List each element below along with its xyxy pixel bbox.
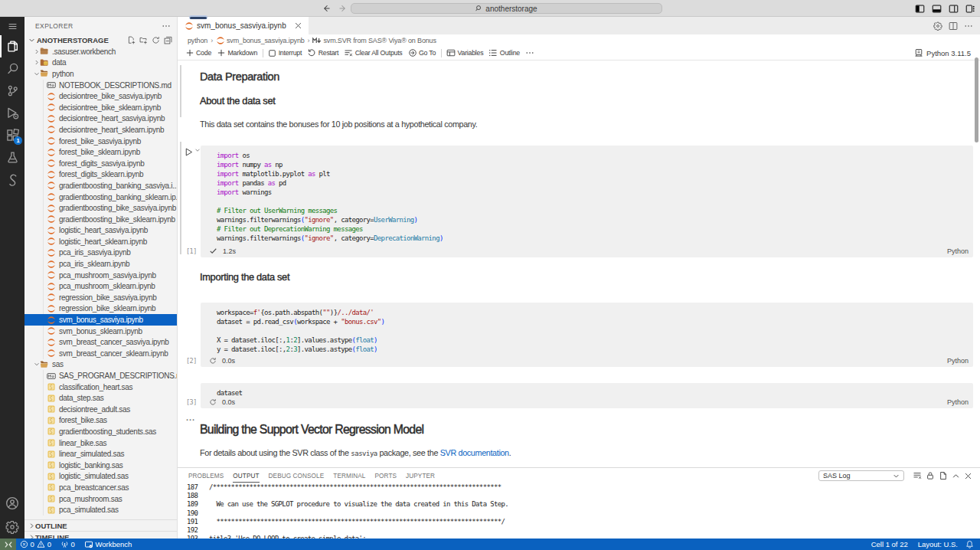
layout-sidebar-right-icon[interactable] xyxy=(949,4,959,14)
tree-item-logistic-simulated-sas[interactable]: logistic_simulated.sas xyxy=(24,471,177,483)
tree-item-decisiontree-heart-sasviya-ipynb[interactable]: decisiontree_heart_sasviya.ipynb xyxy=(24,113,177,125)
code-line[interactable] xyxy=(217,197,973,206)
activity-search[interactable] xyxy=(0,57,24,80)
code-line[interactable]: import pandas as pd xyxy=(217,178,973,188)
code-line[interactable]: # Filter out DeprecationWarning messages xyxy=(217,224,973,234)
tree-item-decisiontree-heart-sklearn-ipynb[interactable]: decisiontree_heart_sklearn.ipynb xyxy=(24,124,177,136)
code-line[interactable]: import numpy as np xyxy=(217,160,973,169)
tree-item-forest-bike-sas[interactable]: forest_bike.sas xyxy=(24,415,177,427)
editor-scrollbar[interactable] xyxy=(975,57,978,142)
tree-item-forest-digits-sasviya-ipynb[interactable]: forest_digits_sasviya.ipynb xyxy=(24,158,177,169)
panel-tab-debug-console[interactable]: DEBUG CONSOLE xyxy=(269,468,325,483)
layout-panel-bottom-icon[interactable] xyxy=(932,4,942,14)
collapse-all-icon[interactable] xyxy=(164,36,172,44)
tree-item-gradientboosting-bike-sklearn-ipynb[interactable]: gradientboosting_bike_sklearn.ipynb xyxy=(24,214,177,225)
panel-tab-jupyter[interactable]: JUPYTER xyxy=(406,468,435,483)
command-center-search[interactable]: anotherstorage xyxy=(351,3,662,14)
layout-customize-icon[interactable] xyxy=(965,4,975,14)
activity-explorer[interactable] xyxy=(0,35,24,57)
go-to-button[interactable]: Go To xyxy=(405,46,439,61)
activity-sas[interactable] xyxy=(0,169,24,191)
notebook-settings-icon[interactable] xyxy=(933,21,942,31)
workspace-section-header[interactable]: ANOTHERSTORAGE xyxy=(24,34,177,46)
tree-item-decisiontree-bike-sasviya-ipynb[interactable]: decisiontree_bike_sasviya.ipynb xyxy=(24,90,177,102)
panel-tab-ports[interactable]: PORTS xyxy=(375,468,397,483)
ports-status[interactable]: 0 xyxy=(57,540,78,548)
activity-settings[interactable] xyxy=(0,515,24,539)
code-cell[interactable]: import osimport numpy as npimport matplo… xyxy=(201,146,973,257)
tree-item-regression-bike-sasviya-ipynb[interactable]: regression_bike_sasviya.ipynb xyxy=(24,292,177,303)
tree-item-python[interactable]: python xyxy=(24,68,177,80)
variables-button[interactable]: Variables xyxy=(444,46,486,61)
activity-run-debug[interactable] xyxy=(0,102,24,124)
tree-item-forest-bike-sasviya-ipynb[interactable]: forest_bike_sasviya.ipynb xyxy=(24,136,177,147)
tree-item-gradientboosting-banking-sasviya-i-[interactable]: gradientboosting_banking_sasviya.i... xyxy=(24,180,177,192)
tree-item-data-step-sas[interactable]: data_step.sas xyxy=(24,392,177,404)
code-line[interactable]: dataset = pd.read_csv(workspace + "bonus… xyxy=(217,317,973,326)
cell-code[interactable]: workspace=f'{os.path.abspath("")}/../dat… xyxy=(201,303,973,354)
notifications-bell[interactable] xyxy=(962,540,980,548)
tree-item-svm-breast-cancer-sklearn-ipynb[interactable]: svm_breast_cancer_sklearn.ipynb xyxy=(24,348,177,359)
activity-testing[interactable] xyxy=(0,146,24,169)
breadcrumb-item[interactable]: svm.SVR from SAS® Viya® on Bonus xyxy=(312,36,436,45)
tree-item-decisiontree-bike-sklearn-ipynb[interactable]: decisiontree_bike_sklearn.ipynb xyxy=(24,102,177,113)
new-folder-icon[interactable] xyxy=(139,36,148,44)
refresh-icon[interactable] xyxy=(152,36,160,44)
problems-status[interactable]: 0 0 xyxy=(16,540,54,548)
restart-button[interactable]: Restart xyxy=(305,46,341,61)
tree-item-regression-bike-sklearn-ipynb[interactable]: regression_bike_sklearn.ipynb xyxy=(24,303,177,315)
markdown-button[interactable]: Markdown xyxy=(214,46,260,61)
workbench-status[interactable]: Workbench xyxy=(81,540,135,549)
tree-item-logistic-banking-sas[interactable]: logistic_banking.sas xyxy=(24,460,177,471)
open-output-in-editor-icon[interactable] xyxy=(939,471,948,480)
code-line[interactable] xyxy=(217,326,973,336)
tree-item-pca-mushroom-sas[interactable]: pca_mushroom.sas xyxy=(24,493,177,505)
tree-item-linear-bike-sas[interactable]: linear_bike.sas xyxy=(24,437,177,449)
activity-source-control[interactable] xyxy=(0,80,24,102)
cell-indicator[interactable]: Cell 1 of 22 xyxy=(868,540,911,548)
collapsed-cell-ellipsis[interactable]: ... xyxy=(186,413,195,422)
code-line[interactable]: import os xyxy=(217,151,973,160)
tree-item-classification-heart-sas[interactable]: classification_heart.sas xyxy=(24,381,177,393)
timeline-section[interactable]: TIMELINE xyxy=(24,531,178,539)
tab-close-icon[interactable] xyxy=(294,21,302,30)
outline-button[interactable]: Outline xyxy=(486,46,523,61)
output-log[interactable]: 187/************************************… xyxy=(178,483,980,539)
code-button[interactable]: Code xyxy=(182,46,214,61)
tree-item-pca-simulated-sas[interactable]: pca_simulated.sas xyxy=(24,504,177,516)
tree-item-notebook-descriptions-md[interactable]: NOTEBOOK_DESCRIPTIONS.md xyxy=(24,80,177,91)
tree-item-sas[interactable]: sas xyxy=(24,359,177,371)
code-line[interactable]: workspace=f'{os.path.abspath("")}/../dat… xyxy=(217,308,973,317)
layout-sidebar-left-icon[interactable] xyxy=(915,4,925,14)
code-cell[interactable]: workspace=f'{os.path.abspath("")}/../dat… xyxy=(201,303,973,367)
clear-output-icon[interactable] xyxy=(913,471,922,480)
interrupt-button[interactable]: Interrupt xyxy=(266,46,305,61)
tree-item-logistic-heart-sklearn-ipynb[interactable]: logistic_heart_sklearn.ipynb xyxy=(24,236,177,247)
activity-accounts[interactable] xyxy=(0,491,24,515)
tree-item--sasuser-workbench[interactable]: .sasuser.workbench xyxy=(24,46,177,57)
tree-item-svm-bonus-sasviya-ipynb[interactable]: svm_bonus_sasviya.ipynb xyxy=(24,314,177,326)
clear-all-outputs-button[interactable]: Clear All Outputs xyxy=(341,46,405,61)
tree-item-pca-mushroom-sasviya-ipynb[interactable]: pca_mushroom_sasviya.ipynb xyxy=(24,270,177,281)
tree-item-forest-bike-sklearn-ipynb[interactable]: forest_bike_sklearn.ipynb xyxy=(24,146,177,158)
tree-item-pca-iris-sklearn-ipynb[interactable]: pca_iris_sklearn.ipynb xyxy=(24,258,177,270)
panel-tab-terminal[interactable]: TERMINAL xyxy=(333,468,365,483)
history-forward-button[interactable] xyxy=(338,4,348,13)
tree-item-pca-breastcancer-sas[interactable]: pca_breastcancer.sas xyxy=(24,482,177,493)
tree-item-svm-breast-cancer-sasviya-ipynb[interactable]: svm_breast_cancer_sasviya.ipynb xyxy=(24,336,177,348)
lock-scroll-icon[interactable] xyxy=(926,471,935,480)
code-line[interactable]: # Filter out UserWarning messages xyxy=(217,206,973,215)
new-file-icon[interactable] xyxy=(127,36,136,44)
editor-more-actions-icon[interactable] xyxy=(964,21,973,31)
code-line[interactable]: warnings.filterwarnings("ignore", catego… xyxy=(217,234,973,243)
cell-code[interactable]: import osimport numpy as npimport matplo… xyxy=(201,146,973,243)
tree-item-svm-bonus-sklearn-ipynb[interactable]: svm_bonus_sklearn.ipynb xyxy=(24,326,177,337)
tree-item-decisiontree-adult-sas[interactable]: decisiontree_adult.sas xyxy=(24,404,177,415)
code-line[interactable]: X = dataset.iloc[:,1:2].values.astype(fl… xyxy=(217,336,973,345)
history-back-button[interactable] xyxy=(322,4,331,13)
code-line[interactable]: import matplotlib.pyplot as plt xyxy=(217,169,973,178)
tree-item-data[interactable]: data xyxy=(24,57,177,69)
tree-item-logistic-heart-sasviya-ipynb[interactable]: logistic_heart_sasviya.ipynb xyxy=(24,225,177,237)
code-cell[interactable]: dataset0.0sPython xyxy=(201,383,973,408)
panel-tab-problems[interactable]: PROBLEMS xyxy=(188,468,224,483)
